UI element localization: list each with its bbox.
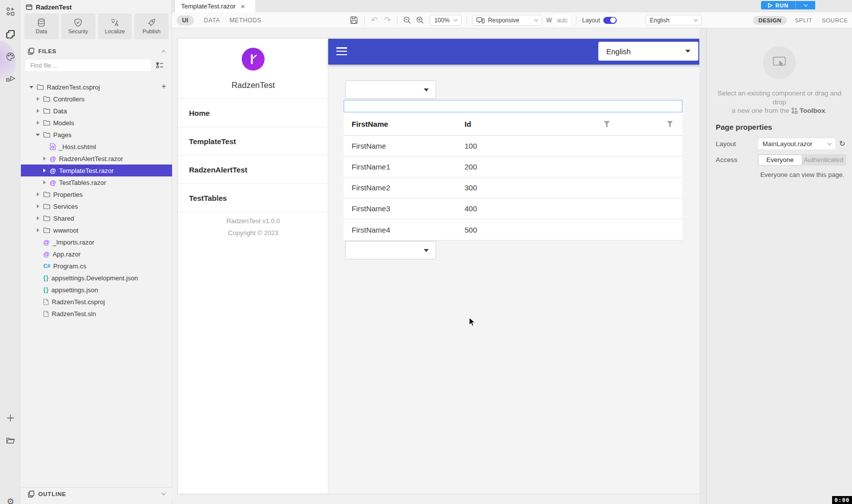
tree-item-file[interactable]: C# Program.cs xyxy=(21,260,172,272)
grid-row[interactable]: FirstName2 300 xyxy=(344,177,682,198)
file-search-input[interactable] xyxy=(25,60,151,71)
width-input[interactable] xyxy=(554,15,570,26)
security-button[interactable]: Security xyxy=(61,13,95,39)
toolbox-icon[interactable] xyxy=(0,4,21,19)
grid-row[interactable]: FirstName4 500 xyxy=(344,219,682,240)
layout-toggle[interactable] xyxy=(603,17,617,24)
tab-templatetest[interactable]: TemplateTest.razor × xyxy=(175,0,255,12)
collapse-arrow-icon[interactable] xyxy=(35,132,40,137)
nav-item-testtables[interactable]: TestTables xyxy=(178,184,328,212)
layout-select[interactable]: MainLayout.razor xyxy=(757,138,836,150)
page-dropdown-bottom[interactable] xyxy=(345,241,436,259)
tree-item-file[interactable]: { } appsettings.json xyxy=(21,284,172,296)
run-options-dropdown[interactable] xyxy=(795,1,815,9)
tree-item-folder[interactable]: Models xyxy=(21,117,172,129)
save-icon[interactable] xyxy=(350,16,358,24)
expand-arrow-icon[interactable] xyxy=(35,192,40,197)
tree-item-folder[interactable]: Services xyxy=(21,200,172,212)
expand-arrow-icon[interactable] xyxy=(42,180,47,185)
grid-row[interactable]: FirstName 100 xyxy=(344,136,682,157)
debug-run-icon[interactable] xyxy=(0,72,21,86)
publish-button[interactable]: Publish xyxy=(134,13,169,39)
collapse-files-icon[interactable] xyxy=(162,50,166,54)
access-authenticated-option[interactable]: Authenticated xyxy=(802,155,846,165)
hamburger-menu-icon[interactable] xyxy=(336,47,347,55)
tree-item-file[interactable]: @ App.razor xyxy=(21,248,172,260)
tree-item-file[interactable]: @ _Imports.razor xyxy=(21,236,172,248)
tree-item-file[interactable]: RadzenTest.sln xyxy=(21,308,172,320)
tab-ui[interactable]: UI xyxy=(177,15,194,25)
column-header-firstname[interactable]: FirstName xyxy=(352,120,388,128)
zoom-out-icon[interactable] xyxy=(403,16,411,24)
zoom-in-icon[interactable] xyxy=(416,16,424,24)
undo-icon[interactable]: ↶ xyxy=(371,15,378,25)
expand-arrow-icon[interactable] xyxy=(35,108,40,113)
tree-item-folder[interactable]: wwwroot xyxy=(21,224,172,236)
expand-arrow-icon[interactable] xyxy=(42,168,47,173)
razor-at-icon: @ xyxy=(50,156,56,162)
tree-item-file[interactable]: @ RadzenAlertTest.razor xyxy=(21,153,172,165)
language-select[interactable]: English xyxy=(646,15,702,25)
nav-item-radzenalerttest[interactable]: RadzenAlertTest xyxy=(178,156,328,184)
refresh-layouts-icon[interactable]: ↻ xyxy=(839,139,846,148)
expand-arrow-icon[interactable] xyxy=(42,156,47,161)
view-split-button[interactable]: SPLIT xyxy=(795,17,812,23)
razor-at-icon: @ xyxy=(50,168,56,174)
tree-item-file[interactable]: RadzenTest.csproj xyxy=(21,296,172,308)
expand-arrow-icon[interactable] xyxy=(35,204,40,209)
window-icon xyxy=(26,4,32,10)
tree-item-folder[interactable]: Data xyxy=(21,105,172,117)
folder-icon xyxy=(43,203,50,209)
view-design-button[interactable]: DESIGN xyxy=(753,16,787,25)
canvas-scrollbar-track[interactable] xyxy=(699,28,706,504)
tree-item-file[interactable]: @ TestTables.razor xyxy=(21,176,172,188)
tree-item-folder[interactable]: Pages xyxy=(21,129,172,141)
outline-panel-header[interactable]: OUTLINE xyxy=(21,487,172,500)
tab-methods[interactable]: METHODS xyxy=(229,17,261,24)
pages-icon[interactable] xyxy=(0,27,21,42)
run-button[interactable]: RUN xyxy=(761,1,815,9)
access-everyone-option[interactable]: Everyone xyxy=(758,155,802,165)
files-panel-header[interactable]: FILES xyxy=(21,45,172,58)
app-language-dropdown[interactable]: English xyxy=(598,42,698,61)
expand-arrow-icon[interactable] xyxy=(35,228,40,233)
zoom-level-select[interactable]: 100% xyxy=(430,15,462,26)
expand-arrow-icon[interactable] xyxy=(35,120,40,125)
open-folder-icon[interactable] xyxy=(0,433,21,448)
view-source-button[interactable]: SOURCE xyxy=(822,17,848,23)
selected-element-strip[interactable] xyxy=(344,100,682,112)
theme-palette-icon[interactable] xyxy=(0,49,21,64)
nav-item-templatetest[interactable]: TemplateTest xyxy=(178,127,328,156)
database-icon xyxy=(37,18,45,27)
tree-item-file[interactable]: { } appsettings.Development.json xyxy=(21,272,172,284)
collapse-arrow-icon[interactable] xyxy=(29,84,34,89)
grid-row[interactable]: FirstName1 200 xyxy=(344,157,682,177)
nav-item-home[interactable]: Home xyxy=(178,99,328,127)
expand-arrow-icon[interactable] xyxy=(35,96,40,101)
tree-view-toggle-icon[interactable] xyxy=(154,60,165,71)
tree-item-folder[interactable]: Controllers xyxy=(21,93,172,105)
expand-outline-icon[interactable] xyxy=(162,491,166,495)
page-dropdown-top[interactable] xyxy=(345,81,436,99)
settings-gear-icon[interactable]: ⚙ xyxy=(0,494,21,504)
close-tab-icon[interactable]: × xyxy=(241,2,245,10)
localize-button[interactable]: Localize xyxy=(98,13,132,39)
expand-arrow-icon[interactable] xyxy=(35,216,40,221)
redo-icon[interactable]: ↷ xyxy=(384,15,391,25)
data-button[interactable]: Data xyxy=(24,13,59,39)
tree-item-folder[interactable]: Properties xyxy=(21,188,172,200)
device-select[interactable]: Responsive xyxy=(472,15,542,26)
grid-row[interactable]: FirstName3 400 xyxy=(344,198,682,219)
tab-data[interactable]: DATA xyxy=(204,17,220,24)
access-note: Everyone can view this page. xyxy=(757,171,847,178)
app-nav: Home TemplateTest RadzenAlertTest TestTa… xyxy=(178,98,328,212)
filter-icon[interactable] xyxy=(603,121,610,127)
add-project-icon[interactable] xyxy=(0,411,21,425)
tree-item-folder[interactable]: Shared xyxy=(21,212,172,224)
tree-item-file[interactable]: _Host.cshtml xyxy=(21,141,172,153)
tree-item-file-selected[interactable]: @ TemplateTest.razor xyxy=(21,165,172,176)
add-file-icon[interactable]: + xyxy=(162,82,166,91)
tree-item-project[interactable]: RadzenTest.csproj + xyxy=(21,81,172,93)
filter-icon[interactable] xyxy=(666,121,673,127)
column-header-id[interactable]: Id xyxy=(465,120,471,128)
